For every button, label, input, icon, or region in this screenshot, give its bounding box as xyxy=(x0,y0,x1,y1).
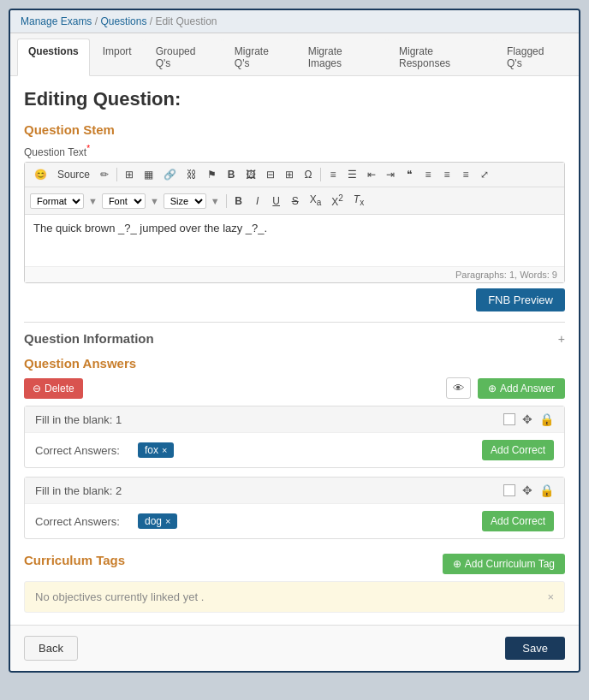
toolbar-size-select[interactable]: Size xyxy=(164,193,206,209)
toolbar-table-btn[interactable]: ⊞ xyxy=(121,166,138,183)
no-objectives-notice: No objectives currently linked yet . × xyxy=(24,581,565,613)
save-button[interactable]: Save xyxy=(505,637,565,660)
answers-right-btns: 👁 ⊕ Add Answer xyxy=(446,377,565,399)
editor-footer: Paragraphs: 1, Words: 9 xyxy=(25,266,564,282)
curriculum-section: Curriculum Tags ⊕ Add Curriculum Tag No … xyxy=(24,553,565,613)
breadcrumb-questions[interactable]: Questions xyxy=(100,15,146,27)
breadcrumb: Manage Exams / Questions / Edit Question xyxy=(10,10,579,33)
toolbar-table2-btn[interactable]: ▦ xyxy=(140,166,158,183)
toolbar-indent-btn[interactable]: ⇥ xyxy=(382,166,399,183)
toolbar-quote-btn[interactable]: ❝ xyxy=(401,166,418,183)
blank-1-tag-text: fox xyxy=(145,444,158,456)
breadcrumb-manage-exams[interactable]: Manage Exams xyxy=(21,15,92,27)
toolbar-sep-1 xyxy=(116,168,117,181)
toolbar-fullscreen-btn[interactable]: ⤢ xyxy=(476,166,493,183)
toolbar-unlink-btn[interactable]: ⛓ xyxy=(182,166,201,183)
tab-migrate-responses[interactable]: Migrate Responses xyxy=(388,39,494,75)
question-info-section: Question Information + xyxy=(24,322,565,346)
tab-migrate-images[interactable]: Migrate Images xyxy=(297,39,386,75)
toolbar-list-ol-btn[interactable]: ≡ xyxy=(324,166,342,183)
toolbar-grid-btn[interactable]: ⊟ xyxy=(262,166,279,183)
toolbar-strikethrough-btn[interactable]: S xyxy=(287,193,304,210)
toolbar-align-right-btn[interactable]: ≡ xyxy=(457,166,474,183)
toolbar-row-1: 😊 Source ✏ ⊞ ▦ 🔗 ⛓ ⚑ B 🖼 ⊟ ⊞ Ω ≡ ☰ xyxy=(25,163,564,187)
blank-2-lock-icon[interactable]: 🔒 xyxy=(539,483,554,497)
tab-flagged-qs[interactable]: Flagged Q's xyxy=(496,39,570,75)
question-answers-section: Question Answers ⊖ Delete 👁 ⊕ Add Answer xyxy=(24,356,565,539)
toolbar-source-btn[interactable]: Source xyxy=(53,166,94,183)
editor-content: The quick brown _?_ jumped over the lazy… xyxy=(33,222,267,234)
tabs-bar: Questions Import Grouped Q's Migrate Q's… xyxy=(10,33,579,76)
toolbar-pencil-btn[interactable]: ✏ xyxy=(96,166,113,183)
toolbar-link-btn[interactable]: 🔗 xyxy=(159,166,181,183)
tab-questions[interactable]: Questions xyxy=(17,39,90,76)
blank-2-move-icon[interactable]: ✥ xyxy=(522,483,532,497)
back-button[interactable]: Back xyxy=(24,636,78,661)
fnb-preview-button[interactable]: FNB Preview xyxy=(476,288,565,311)
blank-1-icons: ✥ 🔒 xyxy=(503,412,554,426)
eye-button[interactable]: 👁 xyxy=(446,377,471,399)
question-stem-section: Question Stem Question Text* 😊 Source ✏ … xyxy=(24,122,565,322)
main-container: Manage Exams / Questions / Edit Question… xyxy=(9,9,580,673)
blank-2-tag-text: dog xyxy=(145,515,162,527)
blank-2-tag-remove[interactable]: × xyxy=(165,516,170,526)
editor-body[interactable]: The quick brown _?_ jumped over the lazy… xyxy=(25,215,564,266)
blank-2-checkbox[interactable] xyxy=(503,484,515,496)
toolbar-list-ul-btn[interactable]: ☰ xyxy=(343,166,361,183)
add-answer-label: Add Answer xyxy=(500,383,555,394)
toolbar-sep-3 xyxy=(226,194,227,208)
question-stem-title: Question Stem xyxy=(24,122,565,137)
toolbar-italic-btn[interactable]: I xyxy=(249,193,266,210)
expand-icon[interactable]: + xyxy=(558,332,565,346)
add-answer-button[interactable]: ⊕ Add Answer xyxy=(478,378,565,399)
toolbar-emoji-btn[interactable]: 😊 xyxy=(30,166,51,183)
add-curriculum-button[interactable]: ⊕ Add Curriculum Tag xyxy=(443,554,565,574)
toolbar-align-left-btn[interactable]: ≡ xyxy=(419,166,437,183)
toolbar-superscript-btn[interactable]: X2 xyxy=(327,191,348,211)
toolbar-align-center-btn[interactable]: ≡ xyxy=(438,166,455,183)
toolbar-bold-btn[interactable]: B xyxy=(230,193,247,210)
toolbar-subscript-btn[interactable]: Xa xyxy=(306,191,326,210)
blank-2-add-correct-btn[interactable]: Add Correct xyxy=(482,511,554,531)
blank-2-label: Fill in the blank: 2 xyxy=(35,484,122,497)
blank-1-checkbox[interactable] xyxy=(503,413,515,425)
toolbar-table3-btn[interactable]: ⊞ xyxy=(281,166,298,183)
toolbar-outdent-btn[interactable]: ⇤ xyxy=(363,166,380,183)
toolbar-font-select[interactable]: Font xyxy=(102,193,146,209)
toolbar-bold-toolbar-btn[interactable]: B xyxy=(223,166,240,183)
blank-1-add-correct-btn[interactable]: Add Correct xyxy=(482,440,554,460)
editor-stats: Paragraphs: 1, Words: 9 xyxy=(455,270,557,280)
tab-import[interactable]: Import xyxy=(92,39,143,75)
rich-text-editor: 😊 Source ✏ ⊞ ▦ 🔗 ⛓ ⚑ B 🖼 ⊟ ⊞ Ω ≡ ☰ xyxy=(24,162,565,283)
blank-2-correct-label: Correct Answers: xyxy=(35,515,129,528)
toolbar-flag-btn[interactable]: ⚑ xyxy=(203,166,221,183)
tab-grouped-qs[interactable]: Grouped Q's xyxy=(145,39,222,75)
blank-1-label: Fill in the blank: 1 xyxy=(35,413,122,426)
toolbar-omega-btn[interactable]: Ω xyxy=(300,166,317,183)
minus-icon: ⊖ xyxy=(33,383,41,394)
blank-1-lock-icon[interactable]: 🔒 xyxy=(539,412,554,426)
blank-1-move-icon[interactable]: ✥ xyxy=(522,412,532,426)
plus-icon: ⊕ xyxy=(488,383,497,394)
fnb-preview-area: FNB Preview xyxy=(24,288,565,322)
blank-block-2: Fill in the blank: 2 ✥ 🔒 Correct Answers… xyxy=(24,477,565,539)
toolbar-sep-2 xyxy=(320,168,321,181)
blank-body-2: Correct Answers: dog × Add Correct xyxy=(25,504,564,538)
toolbar-clearformat-btn[interactable]: Tx xyxy=(349,191,368,210)
toolbar-underline-btn[interactable]: U xyxy=(268,193,285,210)
circle-plus-icon: ⊕ xyxy=(453,558,461,570)
curriculum-title: Curriculum Tags xyxy=(24,553,125,567)
blank-2-icons: ✥ 🔒 xyxy=(503,483,554,497)
blank-block-1: Fill in the blank: 1 ✥ 🔒 Correct Answers… xyxy=(24,406,565,468)
blank-1-tag: fox × xyxy=(138,442,174,458)
blank-body-1: Correct Answers: fox × Add Correct xyxy=(25,433,564,467)
toolbar-format-select[interactable]: Format xyxy=(30,193,84,209)
blank-header-1: Fill in the blank: 1 ✥ 🔒 xyxy=(25,406,564,433)
delete-button[interactable]: ⊖ Delete xyxy=(24,378,83,399)
blank-2-tag: dog × xyxy=(138,513,177,529)
tab-migrate-qs[interactable]: Migrate Q's xyxy=(223,39,295,75)
no-objectives-text: No objectives currently linked yet . xyxy=(35,590,204,603)
blank-1-tag-remove[interactable]: × xyxy=(162,445,167,455)
close-objectives-icon[interactable]: × xyxy=(547,590,554,603)
toolbar-image-btn[interactable]: 🖼 xyxy=(241,166,260,183)
